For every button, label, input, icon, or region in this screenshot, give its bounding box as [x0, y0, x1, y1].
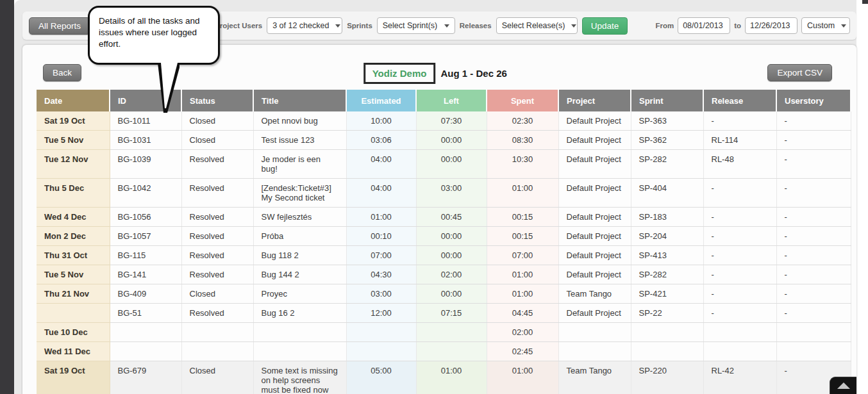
cell-title: Some text is missing on help screens mus… — [253, 361, 346, 394]
column-header-status[interactable]: Status — [181, 90, 253, 111]
cell-project: Default Project — [558, 131, 631, 150]
cell-project — [558, 342, 631, 361]
cell-release: - — [703, 111, 776, 131]
cell-left: 00:45 — [416, 208, 487, 227]
cell-status — [181, 342, 253, 361]
cell-id: BG-51 — [110, 304, 181, 323]
report-date-range: Aug 1 - Dec 26 — [440, 68, 506, 79]
cell-release: - — [703, 208, 776, 227]
column-header-date[interactable]: Date — [37, 90, 110, 111]
cell-date: Thu 5 Dec — [37, 179, 110, 208]
cell-date: Thu 21 Nov — [37, 284, 110, 304]
cell-spent: 02:30 — [487, 111, 558, 131]
cell-spent: 01:00 — [487, 284, 558, 304]
caret-down-icon — [335, 24, 340, 28]
table-row: Tue 10 Dec02:00 — [37, 323, 851, 342]
to-date-input[interactable] — [745, 17, 797, 34]
cell-sprint: SP-183 — [631, 208, 703, 227]
export-csv-button[interactable]: Export CSV — [767, 64, 832, 81]
cell-date: Tue 12 Nov — [37, 150, 110, 179]
column-header-spent[interactable]: Spent — [487, 90, 558, 111]
cell-estimated: 04:00 — [346, 150, 416, 179]
cell-project: Default Project — [558, 150, 631, 179]
table-row: Tue 5 NovBG-141ResolvedBug 144 204:3002:… — [37, 265, 851, 284]
cell-project: Default Project — [558, 208, 631, 227]
cell-left — [416, 342, 487, 361]
cell-title: Bug 16 2 — [253, 304, 346, 323]
table-row: Mon 2 DecBG-1057ResolvedPróba00:1000:000… — [37, 227, 851, 246]
table-row: Sat 19 OctBG-679ClosedSome text is missi… — [37, 361, 851, 394]
cell-release — [703, 342, 776, 361]
cell-status: Closed — [181, 111, 253, 131]
project-users-select-value: 3 of 12 checked — [272, 21, 329, 30]
releases-label: Releases — [460, 22, 492, 29]
to-label: to — [734, 22, 741, 29]
cell-spent: 00:15 — [487, 227, 558, 246]
tooltip-bubble-tail — [150, 63, 179, 114]
column-header-userstory[interactable]: Userstory — [776, 90, 851, 111]
cell-project: Team Tango — [558, 284, 631, 304]
cell-sprint: SP-220 — [631, 361, 703, 394]
cell-release — [703, 323, 776, 342]
cell-spent: 02:00 — [487, 323, 558, 342]
browser-scrollbar-track[interactable] — [856, 0, 868, 394]
cell-date: Sat 19 Oct — [37, 111, 110, 131]
table-row: Thu 5 DecBG-1042Resolved[Zendesk:Ticket#… — [37, 179, 851, 208]
cell-date: Tue 10 Dec — [37, 323, 110, 342]
scroll-to-top-button[interactable] — [830, 377, 856, 394]
cell-id: BG-1056 — [110, 208, 181, 227]
cell-userstory: - — [776, 208, 851, 227]
cell-estimated: 04:00 — [346, 179, 416, 208]
cell-left: 07:15 — [416, 304, 487, 323]
cell-status: Resolved — [181, 265, 253, 284]
cell-title: Opet nnovi bug — [253, 111, 346, 131]
cell-id: BG-1057 — [110, 227, 181, 246]
column-header-left[interactable]: Left — [416, 90, 487, 111]
all-reports-button[interactable]: All Reports — [29, 17, 90, 35]
table-row: Wed 11 Dec02:45 — [37, 342, 851, 361]
window-chrome-left-bar — [0, 0, 14, 394]
cell-title — [253, 323, 346, 342]
update-button[interactable]: Update — [582, 17, 628, 35]
cell-release: - — [703, 227, 776, 246]
cell-title — [253, 342, 346, 361]
sprints-select[interactable]: Select Sprint(s) — [377, 17, 455, 34]
cell-left: 00:00 — [416, 131, 487, 150]
cell-spent: 01:00 — [487, 361, 558, 394]
cell-title: SW fejlesztés — [253, 208, 346, 227]
cell-sprint: SP-282 — [631, 150, 703, 179]
cell-estimated: 01:00 — [346, 208, 416, 227]
from-date-input[interactable] — [678, 17, 730, 34]
cell-spent: 07:00 — [487, 246, 558, 265]
cell-userstory: - — [776, 150, 851, 179]
releases-select[interactable]: Select Release(s) — [496, 17, 578, 34]
range-preset-select[interactable]: Custom — [801, 17, 850, 34]
cell-estimated — [346, 323, 416, 342]
cell-date: Thu 31 Oct — [37, 246, 110, 265]
cell-project: Default Project — [558, 227, 631, 246]
column-header-release[interactable]: Release — [703, 90, 776, 111]
table-row: Thu 31 OctBG-115ResolvedBug 118 207:0000… — [37, 246, 851, 265]
range-preset-value: Custom — [807, 21, 835, 30]
cell-status: Resolved — [181, 246, 253, 265]
cell-project — [558, 323, 631, 342]
cell-estimated: 10:00 — [346, 111, 416, 131]
cell-id: BG-141 — [110, 265, 181, 284]
date-range-controls: From to Custom — [655, 12, 850, 40]
cell-title: Test issue 123 — [253, 131, 346, 150]
arrow-up-icon — [837, 382, 850, 389]
cell-sprint: SP-413 — [631, 246, 703, 265]
cell-status: Resolved — [181, 304, 253, 323]
cell-estimated: 03:06 — [346, 131, 416, 150]
column-header-sprint[interactable]: Sprint — [631, 90, 703, 111]
cell-title: Próba — [253, 227, 346, 246]
cell-status: Closed — [181, 361, 253, 394]
project-users-select[interactable]: 3 of 12 checked — [267, 17, 342, 34]
column-header-title[interactable]: Title — [253, 90, 346, 111]
column-header-estimated[interactable]: Estimated — [346, 90, 416, 111]
cell-date: Tue 5 Nov — [37, 265, 110, 284]
cell-id: BG-1011 — [110, 111, 181, 131]
column-header-project[interactable]: Project — [558, 90, 631, 111]
project-users-label: Project Users — [215, 22, 262, 29]
back-button[interactable]: Back — [43, 64, 81, 81]
